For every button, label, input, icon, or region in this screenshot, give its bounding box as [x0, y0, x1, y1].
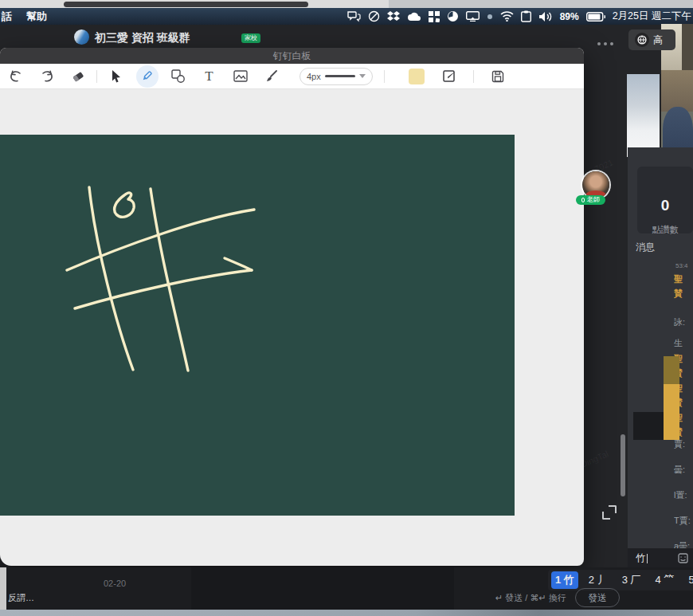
menu-item-conversation[interactable]: 話: [2, 10, 12, 24]
likes-card: 0 點讚數: [637, 167, 693, 233]
menu-status-area: 89% 2月25日 週二下午: [347, 8, 693, 25]
scrollbar[interactable]: [621, 434, 625, 496]
ime-candidate[interactable]: 2 丿: [585, 571, 612, 589]
shapes-tool-button[interactable]: [162, 64, 194, 89]
more-options-button[interactable]: [597, 42, 613, 45]
dropbox-icon[interactable]: [387, 11, 400, 22]
chat-icon[interactable]: [347, 11, 361, 22]
message-preview: 反謂…: [8, 592, 34, 604]
whiteboard-title: 钉钉白板: [273, 49, 311, 63]
menu-items: 話 幫助: [0, 10, 47, 24]
text-caret: [647, 554, 648, 563]
ime-candidate[interactable]: 3 厂: [618, 571, 645, 589]
mic-icon: [581, 198, 585, 202]
wifi-icon[interactable]: [500, 11, 514, 22]
volume-icon[interactable]: [538, 11, 553, 22]
menu-bar: 話 幫助 89% 2月25日 週二下午: [0, 8, 693, 25]
likes-label: 點讚數: [637, 224, 693, 236]
brush-tool-button[interactable]: [256, 64, 287, 89]
messages-label: 消息: [636, 241, 655, 254]
ime-candidate[interactable]: 1 竹: [551, 571, 578, 589]
likes-count: 0: [637, 197, 693, 214]
stroke-width-dropdown[interactable]: 4px: [300, 68, 373, 85]
top-window-edge-right: [389, 0, 693, 8]
edit-note-button[interactable]: [434, 64, 465, 89]
group-chat-title: 初三愛 資招 班級群: [95, 31, 190, 45]
video-label-fragment: 高: [653, 33, 663, 47]
window-edge-strip: [0, 567, 6, 610]
ime-candidate[interactable]: 5 我: [684, 571, 693, 589]
undo-button[interactable]: [0, 64, 31, 89]
screen-bottom-edge: [0, 610, 693, 616]
stroke-width-label: 4px: [307, 72, 321, 81]
chat-message-fragment: T賈:: [674, 513, 693, 528]
clock-icon[interactable]: [368, 10, 380, 22]
battery-icon: [586, 12, 605, 22]
ime-candidate[interactable]: 4 ⺮: [652, 571, 679, 589]
grid-icon[interactable]: [429, 11, 440, 22]
whiteboard-canvas[interactable]: [0, 135, 515, 516]
expand-fullscreen-icon[interactable]: [602, 505, 617, 520]
group-badge: 家校: [241, 33, 260, 43]
video-desk: [661, 70, 693, 112]
battery-percent: 89%: [560, 11, 579, 22]
chat-input[interactable]: 竹: [628, 548, 693, 568]
chevron-down-icon: [359, 74, 366, 78]
arrow-shaft: [75, 270, 252, 308]
chat-input-text: 竹: [636, 551, 645, 565]
whiteboard-window: 钉钉白板 T: [0, 48, 584, 566]
screen: 話 幫助 89% 2月25日 週二下午 初三愛 資招 班級群 家校: [0, 0, 693, 616]
bottom-bar: 02-20 反謂… 1 竹2 丿3 厂4 ⺮5 我6 ↵ 發送 / ⌘↵ 換行 …: [0, 567, 693, 610]
live-interaction-panel: 0 點讚數 消息 53:4聖 賛詠:生聖 賛聖 賛聖 賛賈:曇:l置:T賈:a曇…: [628, 147, 693, 568]
dot-icon[interactable]: [487, 13, 493, 21]
pencil-tool-button[interactable]: [131, 64, 162, 89]
top-window-edge: [0, 0, 693, 8]
window-edge-inset: [64, 2, 308, 7]
chat-message-fragment: 生: [674, 335, 693, 350]
send-button[interactable]: 發送: [575, 588, 620, 607]
message-thumbnail[interactable]: [664, 384, 679, 412]
display-icon[interactable]: [466, 11, 480, 22]
stroke-width-preview: [325, 75, 355, 77]
image-tool-button[interactable]: [225, 64, 256, 89]
whiteboard-titlebar[interactable]: 钉钉白板: [0, 48, 584, 64]
whiteboard-toolbar: T 4px: [0, 64, 584, 89]
redo-button[interactable]: [31, 64, 62, 89]
group-avatar[interactable]: [74, 29, 89, 45]
sticker-icon[interactable]: [678, 553, 688, 563]
teacher-name-tag: 老師: [576, 195, 605, 205]
message-thumbnail[interactable]: [664, 412, 679, 440]
color-swatch[interactable]: [409, 69, 425, 84]
freehand-drawing: [0, 135, 515, 516]
eraser-icon[interactable]: [62, 64, 93, 89]
arrow-head: [225, 258, 252, 270]
text-tool-button[interactable]: T: [194, 64, 225, 89]
ime-candidate-bar: 1 竹2 丿3 厂4 ⺮5 我6: [548, 570, 693, 590]
toolbar-divider: [96, 70, 97, 83]
message-timestamp: 02-20: [104, 579, 126, 588]
browser-icon[interactable]: [447, 10, 459, 22]
cloud-icon[interactable]: [407, 12, 421, 22]
circle-mark: [115, 193, 135, 217]
toolbar-divider: [384, 70, 385, 83]
toolbar-divider: [473, 70, 474, 83]
video-overlay-bar: 高: [628, 29, 675, 50]
menu-item-help[interactable]: 幫助: [26, 10, 47, 24]
chat-message-fragment: l置:: [674, 488, 693, 502]
chat-message-fragment: 詠:: [674, 315, 693, 329]
grid-vertical-right: [151, 189, 188, 371]
shared-doc-strip: [627, 74, 660, 157]
select-cursor-button[interactable]: [100, 64, 131, 89]
clipboard-icon[interactable]: [521, 10, 531, 22]
bottom-bar-dark-column: [191, 567, 454, 610]
chat-message-fragment: 曇:: [674, 462, 693, 477]
message-thumbnail[interactable]: [664, 356, 679, 384]
menubar-date[interactable]: 2月25日 週二下午: [613, 10, 691, 23]
chat-message-fragment: 聖 賛: [674, 272, 693, 300]
grid-vertical-left: [89, 187, 133, 370]
send-shortcut-hint: ↵ 發送 / ⌘↵ 換行: [495, 592, 566, 604]
save-button[interactable]: [482, 64, 513, 89]
message-bubble: [633, 412, 664, 440]
globe-icon[interactable]: [635, 33, 649, 47]
